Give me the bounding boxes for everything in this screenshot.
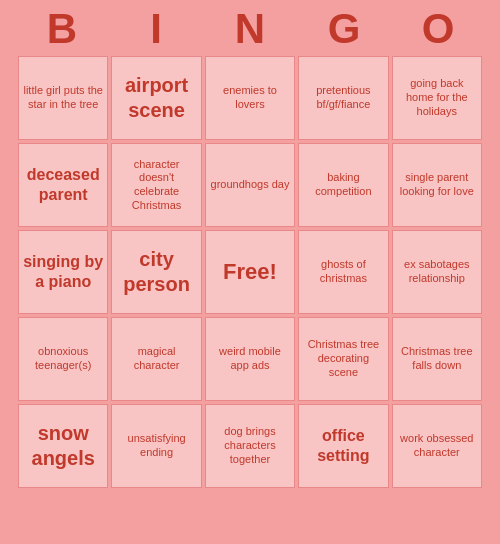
cell-r4-c2[interactable]: dog brings characters together [205,404,295,488]
cell-r0-c2[interactable]: enemies to lovers [205,56,295,140]
cell-r1-c4[interactable]: single parent looking for love [392,143,482,227]
cell-r2-c3[interactable]: ghosts of christmas [298,230,388,314]
cell-r0-c1[interactable]: airport scene [111,56,201,140]
letter-o: O [400,8,476,50]
cell-r4-c0[interactable]: snow angels [18,404,108,488]
cell-r0-c4[interactable]: going back home for the holidays [392,56,482,140]
cell-r3-c4[interactable]: Christmas tree falls down [392,317,482,401]
cell-r4-c1[interactable]: unsatisfying ending [111,404,201,488]
cell-r1-c2[interactable]: groundhogs day [205,143,295,227]
cell-r1-c0[interactable]: deceased parent [18,143,108,227]
cell-r2-c2[interactable]: Free! [205,230,295,314]
cell-r3-c0[interactable]: obnoxious teenager(s) [18,317,108,401]
cell-r3-c3[interactable]: Christmas tree decorating scene [298,317,388,401]
cell-r3-c2[interactable]: weird mobile app ads [205,317,295,401]
cell-r2-c4[interactable]: ex sabotages relationship [392,230,482,314]
bingo-grid: little girl puts the star in the treeair… [18,56,482,488]
letter-g: G [306,8,382,50]
cell-r1-c3[interactable]: baking competition [298,143,388,227]
cell-r2-c1[interactable]: city person [111,230,201,314]
bingo-title: B I N G O [18,8,482,50]
letter-i: I [118,8,194,50]
letter-n: N [212,8,288,50]
cell-r1-c1[interactable]: character doesn't celebrate Christmas [111,143,201,227]
cell-r2-c0[interactable]: singing by a piano [18,230,108,314]
cell-r3-c1[interactable]: magical character [111,317,201,401]
bingo-card: B I N G O little girl puts the star in t… [10,0,490,496]
cell-r4-c4[interactable]: work obsessed character [392,404,482,488]
cell-r0-c0[interactable]: little girl puts the star in the tree [18,56,108,140]
letter-b: B [24,8,100,50]
cell-r0-c3[interactable]: pretentious bf/gf/fiance [298,56,388,140]
cell-r4-c3[interactable]: office setting [298,404,388,488]
